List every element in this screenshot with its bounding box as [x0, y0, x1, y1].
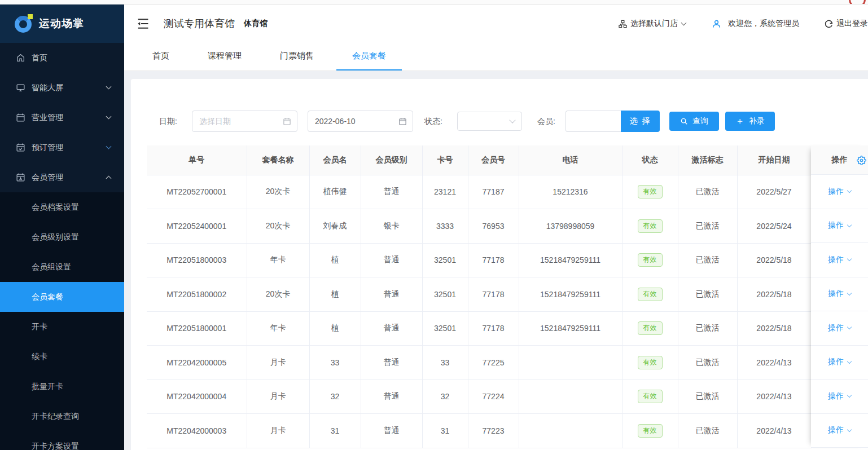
store-icon — [619, 20, 627, 28]
row-action-cell: 操作 — [811, 175, 868, 209]
col-start-date: 开始日期 — [737, 145, 811, 175]
menu-collapse-icon[interactable] — [135, 17, 150, 30]
tab-member-package[interactable]: 会员套餐 — [336, 43, 402, 70]
sidebar-item-smart-screen[interactable]: 智能大屏 — [0, 73, 124, 103]
welcome-text-block: 欢迎您，系统管理员 — [712, 19, 799, 29]
row-action-button[interactable]: 操作 — [828, 187, 851, 197]
browser-chrome-strip — [0, 0, 868, 5]
column-settings-gear-icon[interactable] — [857, 156, 866, 165]
sidebar-subitem-member-profile[interactable]: 会员档案设置 — [0, 192, 124, 222]
row-action-button[interactable]: 操作 — [828, 357, 851, 367]
content-area: 日期: 状态: 会员: 选 择 查询 ＋ 补录 — [124, 71, 868, 450]
sidebar-subitem-open-card[interactable]: 开卡 — [0, 312, 124, 342]
sidebar-item-home[interactable]: 首页 — [0, 43, 124, 73]
row-action-button[interactable]: 操作 — [828, 220, 851, 231]
sidebar-subitem-renew-card[interactable]: 续卡 — [0, 342, 124, 372]
col-member-level: 会员级别 — [361, 145, 422, 175]
row-action-button[interactable]: 操作 — [828, 425, 851, 435]
sidebar-subitem-batch-open-card[interactable]: 批量开卡 — [0, 372, 124, 402]
logout-label: 退出登录 — [836, 19, 868, 29]
date-end-picker[interactable] — [308, 111, 413, 132]
table-row: MT2205180000220次卡植普通32501771781521847925… — [147, 277, 811, 312]
supplement-button[interactable]: ＋ 补录 — [725, 112, 775, 131]
table-body: MT2205270000120次卡植伟健普通231217718715212316… — [147, 175, 811, 448]
member-select-button[interactable]: 选 择 — [621, 111, 660, 132]
row-action-button[interactable]: 操作 — [828, 391, 851, 402]
logout-button[interactable]: 退出登录 — [824, 19, 868, 29]
sidebar-item-member-mgmt[interactable]: 会员管理 — [0, 162, 124, 192]
status-select[interactable] — [457, 112, 522, 131]
date-start-picker[interactable] — [192, 111, 297, 132]
tab-ticket-sales[interactable]: 门票销售 — [264, 43, 330, 70]
status-badge: 有效 — [638, 185, 663, 198]
sidebar-item-booking-mgmt[interactable]: 预订管理 — [0, 133, 124, 162]
chevron-down-icon — [847, 223, 852, 227]
status-badge: 有效 — [638, 288, 663, 301]
col-member-no: 会员号 — [468, 145, 519, 175]
member-filter-group: 选 择 — [565, 111, 660, 132]
chevron-down-icon — [847, 427, 852, 432]
date-end-input[interactable] — [315, 117, 395, 126]
row-action-cell: 操作 — [811, 380, 868, 414]
sidebar-subitem-member-group[interactable]: 会员组设置 — [0, 252, 124, 282]
member-filter-label: 会员: — [537, 111, 555, 132]
content-card: 日期: 状态: 会员: 选 择 查询 ＋ 补录 — [131, 79, 868, 450]
member-input[interactable] — [565, 111, 621, 132]
date-filter-label: 日期: — [159, 111, 177, 132]
table-row: MT22051800001年卡植普通3250177178152184792591… — [147, 311, 811, 346]
tab-bar: 首页 课程管理 门票销售 会员套餐 — [124, 43, 868, 71]
tab-home[interactable]: 首页 — [137, 43, 185, 70]
table-row: MT22042000004月卡32普通3277224有效已激活2022/4/13 — [147, 380, 811, 414]
sidebar-item-label: 营业管理 — [32, 113, 63, 123]
tab-course-mgmt[interactable]: 课程管理 — [192, 43, 257, 70]
chevron-down-icon — [106, 144, 112, 149]
member-package-table: 单号 套餐名称 会员名 会员级别 卡号 会员号 电话 状态 激活标志 开始日期 … — [147, 145, 868, 450]
status-badge: 有效 — [638, 390, 663, 403]
user-icon — [712, 19, 721, 29]
calendar-check-icon — [16, 143, 25, 152]
col-package-name: 套餐名称 — [247, 145, 309, 175]
status-badge: 有效 — [638, 321, 663, 335]
row-action-button[interactable]: 操作 — [828, 289, 851, 299]
sidebar-subitem-card-record-query[interactable]: 开卡纪录查询 — [0, 402, 124, 431]
row-action-button[interactable]: 操作 — [828, 323, 851, 333]
action-column-header: 操作 — [811, 145, 868, 175]
table-header: 单号 套餐名称 会员名 会员级别 卡号 会员号 电话 状态 激活标志 开始日期 — [147, 145, 811, 175]
sidebar-subitem-member-level[interactable]: 会员级别设置 — [0, 222, 124, 252]
sidebar-item-label: 首页 — [32, 53, 47, 63]
date-start-input[interactable] — [199, 117, 279, 126]
venue-tag: 体育馆 — [244, 19, 268, 29]
plus-icon: ＋ — [735, 117, 744, 126]
chevron-down-icon — [106, 114, 112, 120]
app-logo-icon — [15, 14, 34, 33]
sidebar-item-label: 会员管理 — [32, 173, 63, 183]
col-status: 状态 — [622, 145, 678, 175]
calendar-icon — [283, 117, 291, 126]
chevron-up-icon — [106, 176, 112, 182]
app-logo: 运动场掌 — [0, 5, 124, 43]
store-selector[interactable]: 选择默认门店 — [619, 19, 686, 29]
chevron-down-icon — [847, 325, 852, 329]
calendar-icon — [398, 117, 407, 126]
sidebar-subitem-card-plan-setting[interactable]: 开卡方案设置 — [0, 431, 124, 450]
sidebar-item-label: 预订管理 — [32, 143, 63, 153]
sidebar-item-business-mgmt[interactable]: 营业管理 — [0, 103, 124, 133]
screen-icon — [16, 83, 25, 92]
row-action-cell: 操作 — [811, 209, 868, 244]
status-badge: 有效 — [638, 424, 663, 438]
query-button[interactable]: 查询 — [669, 112, 719, 131]
table-row: MT2205240000120次卡刘春成银卡333376953137989980… — [147, 209, 811, 244]
chevron-down-icon — [847, 188, 852, 193]
calendar-icon — [16, 113, 25, 122]
sidebar-menu: 首页 智能大屏 营业管理 预订管理 会员管理 — [0, 43, 124, 192]
status-badge: 有效 — [638, 253, 663, 267]
action-column: 操作 操作操作操作操作操作操作操作操作 — [811, 145, 868, 448]
status-badge: 有效 — [638, 219, 663, 233]
table-row: MT22042000005月卡33普通3377225有效已激活2022/4/13 — [147, 346, 811, 380]
col-card-no: 卡号 — [422, 145, 468, 175]
table-row: MT22051800003年卡植普通3250177178152184792591… — [147, 243, 811, 277]
col-activation-flag: 激活标志 — [678, 145, 737, 175]
row-action-button[interactable]: 操作 — [828, 255, 851, 265]
sidebar-subitem-member-package[interactable]: 会员套餐 — [0, 282, 124, 312]
chevron-down-icon — [509, 117, 515, 123]
